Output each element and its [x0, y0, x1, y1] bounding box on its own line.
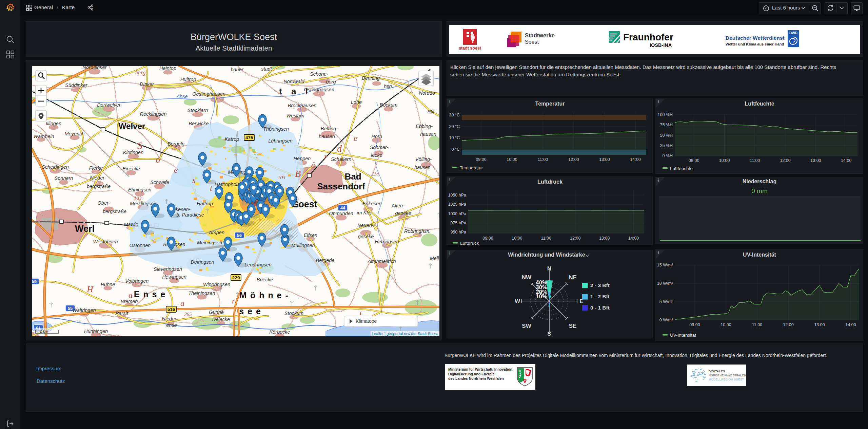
- svg-text:Betting-: Betting-: [321, 126, 338, 131]
- svg-text:Benning-: Benning-: [362, 75, 381, 81]
- svg-text:Mell: Mell: [430, 256, 439, 261]
- svg-text:Luftdruck: Luftdruck: [460, 241, 479, 245]
- svg-text:516: 516: [167, 307, 175, 312]
- svg-text:975 hPa: 975 hPa: [450, 221, 466, 225]
- svg-text:Schmer-: Schmer-: [370, 145, 389, 150]
- svg-text:Theiningsen: Theiningsen: [189, 291, 215, 296]
- svg-text:Lohe: Lohe: [351, 99, 362, 105]
- svg-text:Windrichtung und Windstärke: Windrichtung und Windstärke: [508, 252, 585, 258]
- svg-text:75 %H: 75 %H: [660, 123, 673, 127]
- svg-text:59: 59: [32, 279, 37, 284]
- svg-text:Deiringsen: Deiringsen: [191, 259, 214, 265]
- svg-text:Altenmellrich: Altenmellrich: [368, 259, 396, 264]
- svg-text:09:00: 09:00: [689, 158, 699, 163]
- svg-text:Schwefe: Schwefe: [150, 180, 169, 185]
- svg-text:Stockum: Stockum: [284, 311, 303, 316]
- svg-text:09:00: 09:00: [689, 322, 700, 327]
- svg-text:1 - 2 Bft: 1 - 2 Bft: [590, 294, 610, 299]
- svg-text:Bad: Bad: [344, 171, 361, 182]
- svg-text:UV-Intensität: UV-Intensität: [670, 333, 696, 338]
- svg-text:Mawic: Mawic: [124, 222, 138, 227]
- svg-text:Büecke: Büecke: [257, 277, 273, 282]
- svg-text:11:00: 11:00: [538, 157, 548, 162]
- svg-text:hausen: hausen: [414, 165, 431, 170]
- svg-text:NE: NE: [569, 274, 577, 281]
- svg-text:09:00: 09:00: [476, 157, 486, 162]
- svg-text:berg: berg: [326, 79, 336, 85]
- svg-text:Hünningen: Hünningen: [84, 329, 108, 334]
- svg-text:berg: berg: [135, 69, 146, 76]
- svg-text:1025 hPa: 1025 hPa: [448, 202, 466, 207]
- svg-text:Lühringsen: Lühringsen: [268, 138, 293, 144]
- svg-text:Temperatur: Temperatur: [460, 165, 483, 170]
- svg-text:Nieder-: Nieder-: [162, 316, 178, 321]
- svg-text:13:00: 13:00: [599, 157, 610, 162]
- svg-text:Lendringsen: Lendringsen: [244, 262, 272, 267]
- svg-text:r: r: [324, 152, 328, 161]
- svg-text:Scheidingen: Scheidingen: [42, 164, 69, 170]
- svg-text:475: 475: [245, 135, 253, 140]
- svg-text:13:00: 13:00: [599, 236, 610, 241]
- svg-text:10 W/m²: 10 W/m²: [657, 281, 673, 286]
- svg-text:S: S: [547, 331, 551, 337]
- svg-text:Flerke: Flerke: [89, 165, 103, 171]
- svg-text:56: 56: [237, 233, 242, 238]
- svg-text:10:00: 10:00: [721, 322, 731, 327]
- svg-text:Bremen: Bremen: [121, 299, 138, 304]
- svg-text:W: W: [515, 298, 520, 304]
- svg-text:Körbecke: Körbecke: [269, 329, 290, 335]
- svg-text:10:00: 10:00: [507, 157, 517, 162]
- svg-text:Stocklarn: Stocklarn: [188, 108, 208, 113]
- svg-text:Hewingsen: Hewingsen: [162, 274, 186, 280]
- svg-text:Borgeln: Borgeln: [167, 141, 184, 147]
- svg-text:H: H: [86, 284, 94, 294]
- svg-text:Heintop: Heintop: [159, 66, 176, 71]
- svg-text:0 mm: 0 mm: [751, 187, 768, 194]
- svg-text:10 °C: 10 °C: [449, 135, 460, 140]
- svg-text:stadt: stadt: [261, 66, 272, 72]
- svg-text:10%: 10%: [536, 293, 547, 300]
- svg-text:Luftfeuchte: Luftfeuchte: [745, 101, 774, 107]
- svg-text:Nieder-: Nieder-: [90, 175, 106, 181]
- svg-text:e: e: [354, 133, 358, 143]
- svg-text:Heppen: Heppen: [294, 156, 311, 161]
- svg-text:Opmünden: Opmünden: [329, 211, 353, 216]
- svg-text:11:00: 11:00: [750, 158, 760, 163]
- svg-text:Böckum: Böckum: [380, 102, 397, 108]
- svg-text:Westönnen: Westönnen: [93, 239, 118, 244]
- svg-text:Temperatur: Temperatur: [535, 101, 565, 107]
- svg-text:Dinker: Dinker: [140, 81, 154, 87]
- svg-text:Günne: Günne: [209, 310, 224, 315]
- svg-text:d: d: [337, 143, 342, 154]
- svg-text:hsn.: hsn.: [384, 83, 393, 89]
- svg-text:im Klei: im Klei: [357, 210, 372, 216]
- svg-text:14:00: 14:00: [841, 158, 851, 163]
- svg-text:100 %H: 100 %H: [658, 112, 673, 117]
- svg-text:229: 229: [232, 275, 240, 280]
- svg-text:Bergede: Bergede: [316, 258, 335, 263]
- svg-text:t: t: [210, 183, 213, 193]
- svg-text:bauer: bauer: [231, 67, 243, 72]
- svg-text:Stadtwerke: Stadtwerke: [525, 32, 555, 38]
- svg-text:ense: ense: [166, 322, 177, 328]
- svg-text:Katrop: Katrop: [225, 136, 239, 142]
- svg-text:12:00: 12:00: [780, 158, 790, 163]
- svg-text:13:00: 13:00: [814, 322, 825, 327]
- svg-text:ö: ö: [311, 160, 316, 170]
- svg-text:geseke: geseke: [358, 234, 374, 239]
- svg-text:13:00: 13:00: [810, 158, 821, 163]
- svg-text:Schallern: Schallern: [331, 156, 351, 162]
- svg-text:Wambeln: Wambeln: [34, 134, 54, 139]
- svg-text:Delecke: Delecke: [212, 317, 230, 322]
- svg-text:Oestinghausen: Oestinghausen: [192, 91, 225, 97]
- svg-text:Hultrop: Hultrop: [180, 77, 196, 82]
- svg-text:12:00: 12:00: [570, 236, 580, 241]
- svg-text:Sönnern: Sönnern: [55, 175, 73, 181]
- svg-text:09:00: 09:00: [482, 236, 493, 241]
- svg-text:Alten-: Alten-: [391, 203, 405, 208]
- svg-text:Ruhne: Ruhne: [101, 282, 115, 287]
- svg-text:s e e: s e e: [239, 306, 261, 316]
- svg-text:30 °C: 30 °C: [449, 113, 460, 117]
- svg-text:Elfsen: Elfsen: [304, 232, 317, 238]
- svg-text:Norddinker: Norddinker: [83, 66, 107, 70]
